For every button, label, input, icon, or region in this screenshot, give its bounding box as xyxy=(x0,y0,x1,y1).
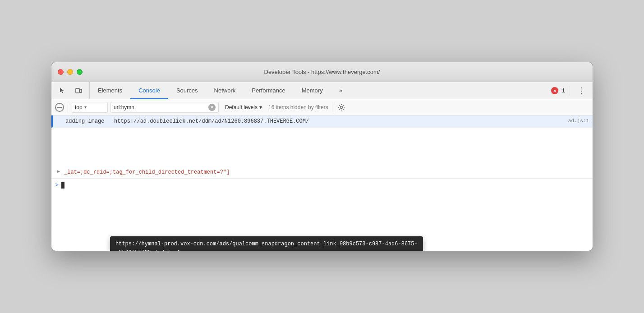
error-badge: ✕ xyxy=(551,87,558,94)
filter-input[interactable] xyxy=(114,104,208,110)
tabs-bar: Elements Console Sources Network Perform… xyxy=(51,82,593,99)
tabs-list: Elements Console Sources Network Perform… xyxy=(90,82,547,99)
tab-network[interactable]: Network xyxy=(206,83,244,99)
svg-rect-1 xyxy=(80,89,82,92)
clear-console-button[interactable] xyxy=(55,103,64,112)
cursor-blink xyxy=(61,182,64,189)
hidden-items-info: 16 items hidden by filters xyxy=(268,104,328,110)
toolbar-icons xyxy=(51,82,90,99)
toolbar-divider2 xyxy=(332,102,332,112)
console-toolbar: top ▾ ✕ Default levels ▾ 16 items hidden… xyxy=(51,99,593,115)
row2-text: _lat=;dc_rdid=;tag_for_child_directed_tr… xyxy=(64,168,589,176)
context-value: top xyxy=(75,104,83,110)
tab-console[interactable]: Console xyxy=(130,83,168,99)
tab-more[interactable]: » xyxy=(331,83,350,99)
tab-performance[interactable]: Performance xyxy=(244,83,293,99)
row2-gutter[interactable]: ▶ xyxy=(55,168,62,175)
console-input-row[interactable]: > xyxy=(51,179,593,191)
maximize-button[interactable] xyxy=(77,69,83,75)
cursor-icon xyxy=(59,87,66,94)
expand-arrow-icon[interactable]: ▶ xyxy=(57,168,60,175)
tab-elements[interactable]: Elements xyxy=(90,83,130,99)
device-toolbar-button[interactable] xyxy=(72,84,85,97)
filter-clear-button[interactable]: ✕ xyxy=(208,104,216,111)
context-select[interactable]: top ▾ xyxy=(72,102,108,113)
error-count: 1 xyxy=(562,87,565,94)
default-levels-button[interactable]: Default levels ▾ xyxy=(221,102,266,113)
console-content: adding image https://ad.doubleclick.net/… xyxy=(51,115,593,251)
svg-text:✕: ✕ xyxy=(553,89,557,93)
svg-rect-0 xyxy=(76,88,79,93)
inspect-element-button[interactable] xyxy=(56,84,69,97)
console-row-1: adding image https://ad.doubleclick.net/… xyxy=(51,115,593,128)
gear-icon xyxy=(338,104,345,111)
minimize-button[interactable] xyxy=(67,69,73,75)
traffic-lights xyxy=(58,69,83,75)
window-title: Developer Tools - https://www.theverge.c… xyxy=(264,69,380,75)
tabs-right: ✕ 1 ⋮ xyxy=(547,82,593,99)
row1-file-ref[interactable]: ad.js:1 xyxy=(568,117,589,125)
console-prompt-icon: > xyxy=(55,182,59,189)
settings-button[interactable] xyxy=(336,102,347,113)
tooltip-popup: https://hymnal-prod.vox-cdn.com/ads/qual… xyxy=(110,236,423,251)
context-chevron-icon: ▾ xyxy=(84,105,87,110)
title-bar: Developer Tools - https://www.theverge.c… xyxy=(51,62,593,82)
toolbar-divider xyxy=(68,102,68,112)
more-options-button[interactable]: ⋮ xyxy=(575,86,588,96)
levels-chevron-icon: ▾ xyxy=(259,104,262,110)
close-button[interactable] xyxy=(58,69,64,75)
tab-memory[interactable]: Memory xyxy=(294,83,331,99)
svg-point-4 xyxy=(340,106,342,108)
console-row-2: ▶ _lat=;dc_rdid=;tag_for_child_directed_… xyxy=(51,128,593,179)
filter-input-wrapper: ✕ xyxy=(110,102,219,113)
row1-text: adding image https://ad.doubleclick.net/… xyxy=(65,117,568,125)
divider xyxy=(570,86,570,96)
error-icon: ✕ xyxy=(552,87,558,94)
tab-sources[interactable]: Sources xyxy=(168,83,206,99)
device-icon xyxy=(75,87,82,94)
devtools-window: Developer Tools - https://www.theverge.c… xyxy=(51,62,593,251)
